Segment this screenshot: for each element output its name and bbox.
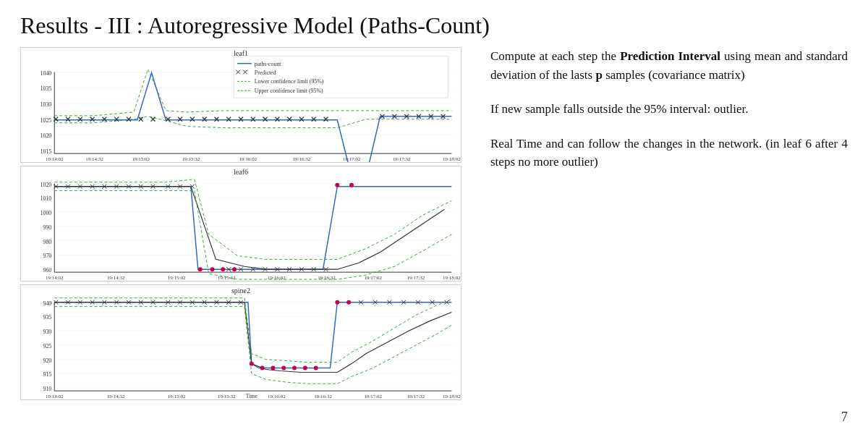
svg-text:19:17:32: 19:17:32: [407, 394, 425, 399]
charts-column: leaf1 p-count 1015 1020 1025 1030 1035 1…: [20, 47, 469, 425]
svg-text:19:17:02: 19:17:02: [364, 394, 382, 399]
svg-text:1025: 1025: [41, 117, 52, 124]
svg-text:19:18:02: 19:18:02: [443, 394, 461, 399]
svg-text:Upper confidence limit (95%): Upper confidence limit (95%): [255, 88, 323, 94]
slide-title: Results - III : Autoregressive Model (Pa…: [20, 13, 848, 38]
svg-text:980: 980: [43, 239, 51, 245]
svg-point-189: [271, 366, 275, 370]
chart-leaf6-svg: p-count 960 970 980 990 1000 1010 1020: [21, 166, 461, 281]
svg-text:19:16:32: 19:16:32: [318, 275, 336, 280]
svg-text:1040: 1040: [41, 70, 52, 77]
text-prediction-interval: Compute at each step the Prediction Inte…: [490, 47, 848, 84]
svg-text:1000: 1000: [41, 210, 52, 216]
chart-leaf1: leaf1 p-count 1015 1020 1025 1030 1035 1…: [20, 47, 461, 163]
svg-text:19:18:02: 19:18:02: [443, 156, 461, 161]
svg-point-114: [210, 267, 215, 271]
svg-text:970: 970: [43, 253, 51, 260]
chart-spine2-title: spine2: [21, 287, 461, 295]
svg-text:19:17:02: 19:17:02: [343, 156, 361, 161]
svg-text:19:14:02: 19:14:02: [46, 156, 64, 161]
svg-text:19:16:32: 19:16:32: [314, 394, 332, 399]
svg-text:1035: 1035: [41, 85, 52, 92]
content-area: leaf1 p-count 1015 1020 1025 1030 1035 1…: [20, 47, 848, 425]
svg-point-188: [260, 366, 265, 370]
svg-text:960: 960: [43, 267, 51, 274]
chart-leaf6-title: leaf6: [21, 168, 461, 176]
svg-text:Predicted: Predicted: [255, 69, 276, 76]
svg-point-194: [335, 300, 339, 305]
chart-leaf6: leaf6 p-count 960 970 980 990 1000 1010 …: [20, 166, 461, 281]
chart-spine2: spine2 p-count 910 915 920 925 930 935 9…: [20, 284, 461, 400]
chart-leaf1-title: leaf1: [21, 49, 461, 57]
svg-text:19:16:02: 19:16:02: [268, 394, 286, 399]
svg-text:19:14:02: 19:14:02: [46, 394, 64, 399]
svg-text:19:16:02: 19:16:02: [239, 156, 258, 161]
svg-text:1030: 1030: [41, 101, 52, 108]
svg-text:Time: Time: [246, 393, 258, 399]
slide-page: Results - III : Autoregressive Model (Pa…: [0, 0, 868, 432]
svg-text:19:14:32: 19:14:32: [85, 156, 103, 161]
svg-text:19:16:02: 19:16:02: [268, 275, 286, 280]
chart-leaf1-svg: p-count 1015 1020 1025 1030 1035 1040: [21, 48, 461, 162]
svg-text:19:15:32: 19:15:32: [218, 275, 236, 280]
svg-point-195: [346, 300, 351, 305]
svg-text:19:14:32: 19:14:32: [107, 275, 125, 280]
svg-text:935: 935: [43, 315, 51, 321]
text-block-outlier: If new sample falls outside the 95% inte…: [490, 100, 848, 119]
svg-point-187: [250, 362, 254, 366]
svg-text:Lower confidence limit (95%): Lower confidence limit (95%): [255, 79, 324, 85]
slide-number: 7: [841, 410, 848, 425]
svg-point-118: [349, 183, 354, 187]
svg-text:19:18:02: 19:18:02: [443, 275, 461, 280]
svg-text:940: 940: [43, 300, 51, 307]
svg-text:19:15:02: 19:15:02: [168, 275, 186, 280]
svg-text:19:15:02: 19:15:02: [168, 394, 186, 399]
svg-text:990: 990: [43, 224, 51, 231]
svg-text:19:17:32: 19:17:32: [393, 156, 411, 161]
chart-spine2-svg: p-count 910 915 920 925 930 935 940: [21, 285, 461, 399]
text-block-realtime: Real Time and can follow the changes in …: [490, 135, 848, 171]
svg-text:19:17:02: 19:17:02: [364, 275, 382, 280]
svg-text:19:14:32: 19:14:32: [107, 394, 125, 399]
svg-point-193: [314, 366, 318, 370]
svg-point-116: [232, 267, 237, 271]
svg-text:19:17:32: 19:17:32: [407, 275, 425, 280]
svg-text:1010: 1010: [41, 196, 52, 203]
svg-text:910: 910: [43, 386, 51, 392]
svg-point-191: [292, 366, 297, 370]
svg-text:1020: 1020: [41, 182, 52, 188]
svg-text:paths-count: paths-count: [255, 61, 282, 67]
svg-text:930: 930: [43, 329, 51, 335]
svg-point-115: [221, 267, 225, 271]
svg-point-117: [335, 183, 339, 187]
text-column: Compute at each step the Prediction Inte…: [483, 47, 848, 425]
svg-point-113: [198, 267, 203, 271]
svg-text:19:15:32: 19:15:32: [218, 394, 236, 399]
text-realtime: Real Time and can follow the changes in …: [490, 135, 848, 171]
svg-point-190: [281, 366, 286, 370]
svg-text:19:15:32: 19:15:32: [182, 156, 200, 161]
svg-text:19:16:32: 19:16:32: [293, 156, 311, 161]
svg-text:915: 915: [43, 372, 51, 378]
svg-text:920: 920: [43, 357, 51, 364]
svg-text:1015: 1015: [41, 148, 52, 155]
text-block-prediction-interval: Compute at each step the Prediction Inte…: [490, 47, 848, 84]
text-outlier: If new sample falls outside the 95% inte…: [490, 100, 848, 119]
svg-point-192: [303, 366, 307, 370]
svg-text:19:15:02: 19:15:02: [132, 156, 150, 161]
svg-text:1020: 1020: [41, 133, 52, 140]
svg-text:19:14:02: 19:14:02: [46, 275, 64, 280]
svg-text:925: 925: [43, 343, 51, 350]
